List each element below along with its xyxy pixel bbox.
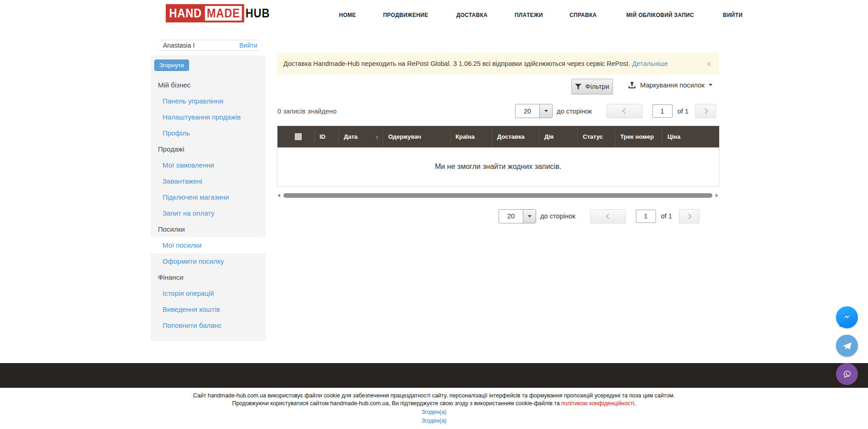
logo-red-box: HAND MADE <box>166 4 244 22</box>
column-date-label: Дата <box>344 133 358 140</box>
chevron-right-icon <box>686 213 692 219</box>
caret-down-icon <box>539 104 552 118</box>
sidebar-item-profile[interactable]: Профіль <box>151 125 266 141</box>
sidebar-item-my-orders[interactable]: Мої замовлення <box>151 157 266 173</box>
page-of-label: of 1 <box>661 212 672 220</box>
page-input[interactable] <box>652 104 673 118</box>
nav-promotion[interactable]: ПРОДВИЖЕНИЕ <box>383 11 429 18</box>
sidebar-item-dashboard[interactable]: Панель управління <box>151 93 266 109</box>
upload-icon <box>628 81 636 89</box>
next-page-button[interactable] <box>695 104 716 118</box>
main-content: Доставка Handmade-Hub переходить на RePo… <box>277 53 719 230</box>
per-page-value: 20 <box>515 104 539 118</box>
empty-row: Ми не змогли знайти жодних записів. <box>277 147 719 186</box>
column-date[interactable]: Дата↑ <box>339 126 383 147</box>
sidebar-item-top-up-balance[interactable]: Поповнити баланс <box>151 317 266 333</box>
next-page-button[interactable] <box>679 209 700 223</box>
cookie-agree-link-2[interactable]: Згоден(а) <box>422 417 446 425</box>
pages-label: до сторінок <box>557 108 592 115</box>
cookie-notice: Сайт handmade-hub.com.ua використовує фа… <box>0 392 868 425</box>
cookie-line-2-suffix: . <box>634 400 635 407</box>
notification-banner: Доставка Handmade-Hub переходить на RePo… <box>277 53 719 75</box>
chevron-left-icon <box>622 108 628 114</box>
sidebar-item-connected-shops[interactable]: Підключені магазини <box>151 189 266 205</box>
chevron-right-icon <box>702 108 708 114</box>
filter-icon <box>575 84 581 90</box>
table-header-row: ID Дата↑ Одержувач Країна Доставка Дія С… <box>277 126 719 147</box>
telegram-icon <box>841 340 853 352</box>
scrollbar-thumb[interactable] <box>283 193 712 198</box>
empty-message: Ми не змогли знайти жодних записів. <box>277 147 719 186</box>
filters-button-label: Фільтри <box>585 83 609 90</box>
column-status[interactable]: Статус <box>578 126 615 147</box>
logout-link[interactable]: Вийти <box>239 42 257 49</box>
nav-logout[interactable]: ВИЙТИ <box>722 11 742 18</box>
cookie-line-2-text: Продовжуючи користуватися сайтом handmad… <box>232 400 561 407</box>
sort-asc-icon[interactable]: ↑ <box>376 133 379 140</box>
main-nav: HOME ПРОДВИЖЕНИЕ ДОСТАВКА ПЛАТЕЖИ СПРАВК… <box>338 0 744 30</box>
sidebar-menu: Мій бізнес Панель управління Налаштуванн… <box>151 77 266 333</box>
sidebar-item-sales-settings[interactable]: Налаштування продажів <box>151 109 266 125</box>
records-count: 0 записів знайдено <box>277 108 336 115</box>
social-buttons <box>836 306 858 385</box>
column-delivery[interactable]: Доставка <box>492 126 539 147</box>
marking-dropdown[interactable]: Маркування посилок <box>628 81 712 89</box>
banner-details-link[interactable]: Детальніше <box>632 60 668 67</box>
pages-label: до сторінок <box>540 212 575 220</box>
column-action[interactable]: Дія <box>539 126 578 147</box>
nav-help[interactable]: СПРАВКА <box>570 11 597 18</box>
banner-text: Доставка Handmade-Hub переходить на RePo… <box>283 60 630 67</box>
select-all-checkbox[interactable] <box>295 133 302 140</box>
column-recipient[interactable]: Одержувач <box>383 126 450 147</box>
column-track-number[interactable]: Трек номер <box>615 126 662 147</box>
site-logo[interactable]: HAND MADE HUB <box>166 4 270 22</box>
page-of-label: of 1 <box>678 108 689 115</box>
viber-icon <box>841 368 853 380</box>
logo-hand: HAND <box>169 6 202 21</box>
pagination-top: 20 до сторінок of 1 <box>515 104 716 118</box>
nav-home[interactable]: HOME <box>339 11 356 18</box>
sidebar-item-withdraw-funds[interactable]: Виведення коштів <box>151 301 266 317</box>
horizontal-scrollbar[interactable] <box>277 193 719 198</box>
nav-my-account[interactable]: МІЙ ОБЛІКОВИЙ ЗАПИС <box>626 11 694 18</box>
sidebar-item-create-parcel[interactable]: Оформити посилку <box>151 253 266 269</box>
privacy-policy-link[interactable]: політикою конфіденційності <box>561 400 634 407</box>
scroll-left-icon[interactable] <box>277 194 280 197</box>
viber-button[interactable] <box>836 363 858 385</box>
sidebar-item-my-parcels[interactable]: Мої посилки <box>151 237 266 253</box>
messenger-button[interactable] <box>836 306 858 328</box>
user-name: Anastasia I <box>163 42 195 49</box>
prev-page-button[interactable] <box>590 209 626 223</box>
scroll-right-icon[interactable] <box>716 194 718 197</box>
sidebar-section-sales: Продажі <box>151 141 266 157</box>
sidebar-item-payment-request[interactable]: Запит на оплату <box>151 205 266 221</box>
caret-down-icon <box>709 84 712 86</box>
nav-delivery[interactable]: ДОСТАВКА <box>456 11 488 18</box>
column-id[interactable]: ID <box>315 126 339 147</box>
pagination-bottom-row: 20 до сторінок of 1 <box>277 198 719 230</box>
prev-page-button[interactable] <box>607 104 642 118</box>
column-price[interactable]: Ціна <box>662 126 719 147</box>
per-page-value: 20 <box>499 210 523 223</box>
pagination-bottom: 20 до сторінок of 1 <box>499 209 700 223</box>
close-icon[interactable]: × <box>706 60 711 68</box>
filters-button[interactable]: Фільтри <box>571 79 613 94</box>
sidebar-section-my-business: Мій бізнес <box>151 77 266 93</box>
sidebar: Згорнути Мій бізнес Панель управління На… <box>151 55 266 341</box>
cookie-line-1: Сайт handmade-hub.com.ua використовує фа… <box>0 392 868 400</box>
page-input[interactable] <box>636 210 656 223</box>
messenger-icon <box>841 311 853 323</box>
column-country[interactable]: Країна <box>450 126 492 147</box>
per-page-select[interactable]: 20 <box>515 104 553 118</box>
sidebar-item-uploaded[interactable]: Завантажені <box>151 173 266 189</box>
collapse-button[interactable]: Згорнути <box>154 60 189 71</box>
per-page-select[interactable]: 20 <box>499 209 536 223</box>
logo-made: MADE <box>205 6 242 21</box>
nav-payments[interactable]: ПЛАТЕЖИ <box>515 11 543 18</box>
caret-down-icon <box>523 210 536 223</box>
sidebar-item-operations-history[interactable]: Історія операцій <box>151 285 266 301</box>
cookie-agree-link[interactable]: Згоден(а) <box>422 408 446 416</box>
telegram-button[interactable] <box>836 335 858 357</box>
cookie-line-2: Продовжуючи користуватися сайтом handmad… <box>0 400 868 407</box>
header-checkbox-cell <box>277 126 315 147</box>
